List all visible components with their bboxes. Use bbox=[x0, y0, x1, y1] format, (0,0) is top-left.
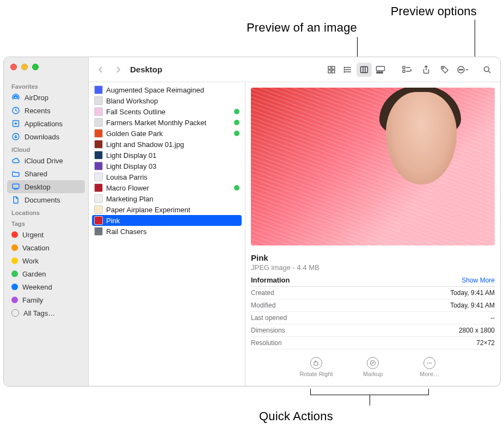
tag-indicator-icon bbox=[234, 109, 239, 114]
sidebar-tag-urgent[interactable]: Urgent bbox=[4, 228, 88, 241]
list-view-button[interactable] bbox=[340, 63, 355, 77]
tag-dot-icon bbox=[11, 284, 18, 290]
file-name-label: Marketing Plan bbox=[106, 195, 153, 203]
svg-rect-6 bbox=[328, 66, 331, 69]
file-row[interactable]: Fall Scents Outline bbox=[89, 106, 245, 117]
callout-bracket bbox=[310, 389, 429, 395]
file-row[interactable]: Augmented Space Reimagined bbox=[89, 84, 245, 95]
file-column: Augmented Space ReimaginedBland Workshop… bbox=[89, 82, 245, 386]
sidebar-item-airdrop[interactable]: AirDrop bbox=[4, 91, 88, 104]
preview-info-row: Dimensions2800 x 1800 bbox=[251, 324, 495, 337]
file-row[interactable]: Pink bbox=[92, 215, 242, 226]
svg-point-0 bbox=[15, 96, 17, 99]
info-row-label: Last opened bbox=[251, 314, 287, 322]
share-button[interactable] bbox=[419, 63, 434, 77]
sidebar-tag-family[interactable]: Family bbox=[4, 293, 88, 306]
sidebar-item-label: Weekend bbox=[22, 283, 52, 291]
sidebar-item-shared[interactable]: Shared bbox=[4, 167, 88, 180]
sidebar-tag-garden[interactable]: Garden bbox=[4, 267, 88, 280]
preview-info-header: Information Show More bbox=[251, 276, 495, 287]
finder-window: Favorites AirDrop Recents Applications D… bbox=[3, 57, 501, 386]
tag-dot-icon bbox=[11, 257, 18, 264]
file-thumbnail-icon bbox=[94, 85, 103, 94]
tag-dot-icon bbox=[11, 271, 18, 277]
edit-tags-button[interactable] bbox=[437, 63, 452, 77]
file-name-label: Light and Shadow 01.jpg bbox=[106, 140, 184, 149]
sidebar-item-applications[interactable]: Applications bbox=[4, 117, 88, 130]
callout-quick-actions: Quick Actions bbox=[259, 409, 333, 423]
file-row[interactable]: Golden Gate Park bbox=[89, 128, 245, 139]
sidebar-item-label: Shared bbox=[24, 170, 47, 178]
file-row[interactable]: Light Display 03 bbox=[89, 161, 245, 171]
tag-dot-icon bbox=[11, 297, 18, 303]
group-by-button[interactable] bbox=[400, 63, 415, 77]
file-row[interactable]: Macro Flower bbox=[89, 182, 245, 193]
info-row-value: -- bbox=[490, 314, 495, 322]
file-row[interactable]: Bland Workshop bbox=[89, 95, 245, 106]
downloads-icon bbox=[11, 132, 20, 141]
sidebar-item-downloads[interactable]: Downloads bbox=[4, 130, 88, 143]
svg-rect-8 bbox=[328, 70, 331, 73]
file-row[interactable]: Light Display 01 bbox=[89, 150, 245, 161]
callout-preview-image: Preview of an image bbox=[247, 21, 357, 35]
file-row[interactable]: Louisa Parris bbox=[89, 171, 245, 182]
file-thumbnail-icon bbox=[94, 129, 103, 138]
preview-info-row: Resolution72×72 bbox=[251, 337, 495, 349]
quick-action-button[interactable]: Rotate Right bbox=[297, 357, 335, 377]
tag-indicator-icon bbox=[234, 131, 239, 136]
sidebar-item-icloud-drive[interactable]: iCloud Drive bbox=[4, 154, 88, 167]
file-thumbnail-icon bbox=[94, 227, 103, 236]
sidebar-tag-vacation[interactable]: Vacation bbox=[4, 241, 88, 254]
svg-rect-17 bbox=[381, 72, 383, 73]
column-view-button[interactable] bbox=[357, 63, 372, 77]
file-name-label: Golden Gate Park bbox=[106, 130, 163, 138]
file-name-label: Pink bbox=[106, 217, 120, 225]
document-icon bbox=[11, 195, 20, 204]
icon-view-button[interactable] bbox=[324, 63, 339, 77]
back-button[interactable] bbox=[93, 63, 108, 77]
sidebar-tag-weekend[interactable]: Weekend bbox=[4, 280, 88, 293]
file-row[interactable]: Marketing Plan bbox=[89, 193, 245, 204]
svg-point-30 bbox=[431, 363, 432, 364]
quick-action-button[interactable]: Markup bbox=[354, 357, 392, 377]
more-actions-button[interactable] bbox=[456, 63, 471, 77]
file-row[interactable]: Rail Chasers bbox=[89, 226, 245, 237]
search-button[interactable] bbox=[480, 63, 495, 77]
sidebar-tag-work[interactable]: Work bbox=[4, 254, 88, 267]
file-thumbnail-icon bbox=[94, 162, 103, 170]
quick-action-button[interactable]: More… bbox=[410, 357, 448, 377]
svg-rect-18 bbox=[403, 66, 405, 69]
file-row[interactable]: Farmers Market Monthly Packet bbox=[89, 117, 245, 128]
toolbar-action-group bbox=[400, 63, 471, 77]
sidebar-item-label: Documents bbox=[24, 196, 60, 204]
maximize-button[interactable] bbox=[32, 64, 39, 70]
svg-rect-15 bbox=[377, 72, 378, 73]
quick-action-icon bbox=[367, 357, 379, 369]
show-more-link[interactable]: Show More bbox=[462, 277, 495, 284]
file-row[interactable]: Paper Airplane Experiment bbox=[89, 204, 245, 215]
svg-point-25 bbox=[484, 66, 489, 71]
close-button[interactable] bbox=[10, 64, 17, 70]
sidebar-item-label: Desktop bbox=[24, 183, 51, 191]
info-row-label: Resolution bbox=[251, 339, 282, 347]
sidebar-item-recents[interactable]: Recents bbox=[4, 104, 88, 117]
file-thumbnail-icon bbox=[94, 140, 103, 149]
main-area: Desktop bbox=[89, 57, 500, 386]
file-thumbnail-icon bbox=[94, 216, 103, 225]
svg-rect-26 bbox=[314, 362, 318, 365]
svg-point-24 bbox=[462, 69, 463, 70]
sidebar-tag-all[interactable]: All Tags… bbox=[4, 306, 88, 320]
minimize-button[interactable] bbox=[21, 64, 28, 70]
file-name-label: Farmers Market Monthly Packet bbox=[106, 119, 206, 127]
sidebar-heading-tags: Tags bbox=[4, 217, 88, 228]
sidebar-item-documents[interactable]: Documents bbox=[4, 193, 88, 206]
file-row[interactable]: Light and Shadow 01.jpg bbox=[89, 139, 245, 150]
svg-rect-16 bbox=[379, 72, 380, 73]
sidebar-item-label: Family bbox=[22, 296, 43, 304]
sidebar-item-label: AirDrop bbox=[24, 94, 48, 102]
callout-preview-options: Preview options bbox=[391, 4, 477, 19]
svg-point-10 bbox=[344, 67, 345, 68]
sidebar-item-desktop[interactable]: Desktop bbox=[7, 180, 85, 193]
gallery-view-button[interactable] bbox=[373, 63, 388, 77]
forward-button[interactable] bbox=[110, 63, 126, 77]
